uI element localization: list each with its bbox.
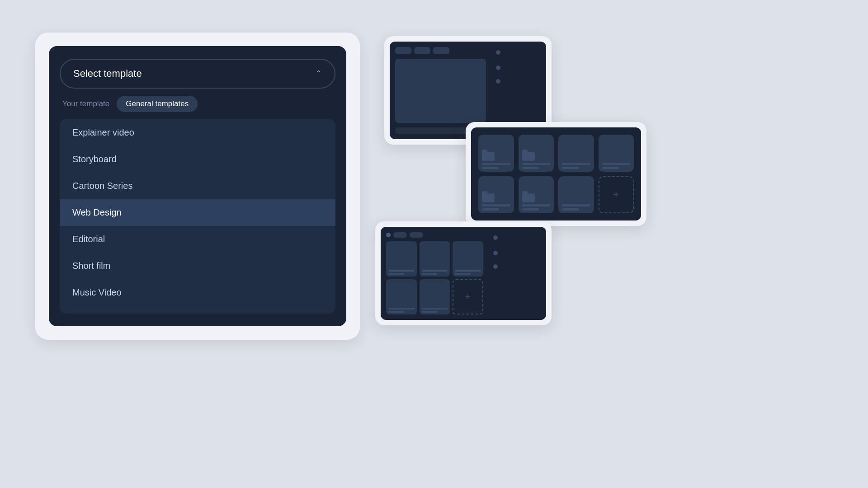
preview-tabs <box>395 47 486 54</box>
storyboard-bar <box>422 270 448 272</box>
bot-circle <box>386 233 391 237</box>
add-icon: + <box>613 189 619 201</box>
folder-bar <box>482 208 499 211</box>
circle-dot <box>493 251 498 255</box>
folder-item-4 <box>599 135 634 172</box>
tab-general-templates[interactable]: General templates <box>117 96 198 112</box>
chevron-up-icon: ⌃ <box>315 69 322 79</box>
preview-row-3 <box>496 78 542 84</box>
add-icon: + <box>465 291 471 303</box>
bot-row-3 <box>493 263 542 270</box>
preview-row-1 <box>496 47 542 58</box>
preview-inner-bot: + <box>381 227 546 320</box>
preview-card-bot: + <box>375 221 552 325</box>
folder-icon <box>482 193 495 202</box>
list-item-advertising-video[interactable]: Advertising Video <box>60 306 335 314</box>
folder-icon <box>482 152 495 161</box>
folder-icon <box>522 193 535 202</box>
folder-bar <box>482 204 510 206</box>
folder-item-1 <box>478 135 514 172</box>
bot-row-2 <box>493 248 542 258</box>
folder-item-7 <box>558 176 594 213</box>
circle-dot-1 <box>496 50 500 55</box>
folder-bar <box>562 167 579 169</box>
folder-item-6 <box>519 176 554 213</box>
folder-bar <box>482 167 499 169</box>
circle-dot-3 <box>496 79 500 84</box>
circle-dot <box>493 264 498 269</box>
folder-item-5 <box>478 176 514 213</box>
list-item-cartoon-series[interactable]: Cartoon Series <box>60 173 335 199</box>
folder-item-2 <box>519 135 554 172</box>
folder-bar <box>602 163 631 165</box>
folder-bar <box>522 204 551 206</box>
tab-your-template[interactable]: Your template <box>61 97 110 111</box>
storyboard-grid: + <box>386 241 483 314</box>
folder-item-add[interactable]: + <box>599 176 634 213</box>
folder-bar <box>562 208 579 211</box>
circle-dot <box>493 235 498 240</box>
bot-top-bar <box>386 232 483 238</box>
bot-pill-2 <box>410 232 423 238</box>
storyboard-cell-2 <box>420 241 450 277</box>
circle-dot-2 <box>496 66 500 70</box>
storyboard-cell-add[interactable]: + <box>453 279 483 314</box>
folder-bar <box>522 163 551 165</box>
list-item-editorial[interactable]: Editorial <box>60 226 335 253</box>
left-panel: Select template ⌃ Your template General … <box>35 33 360 340</box>
folder-icon <box>522 152 535 161</box>
preview-bot-right <box>489 227 546 320</box>
storyboard-cell-4 <box>386 279 417 314</box>
folder-item-3 <box>558 135 594 172</box>
tab-pill-1 <box>395 47 411 54</box>
folder-bar <box>522 167 539 169</box>
storyboard-cell-1 <box>386 241 417 277</box>
tab-pill-2 <box>414 47 430 54</box>
preview-main-thumb <box>395 59 486 123</box>
folder-bar <box>562 163 590 165</box>
storyboard-cell-5 <box>420 279 450 314</box>
storyboard-cell-3 <box>453 241 483 277</box>
tabs-row: Your template General templates <box>60 96 335 112</box>
storyboard-bar <box>388 270 415 272</box>
bot-row-1 <box>493 232 542 243</box>
folder-bar <box>602 167 619 169</box>
preview-inner-mid: + <box>471 127 641 221</box>
select-template-button[interactable]: Select template ⌃ <box>60 59 335 89</box>
storyboard-bar <box>388 311 404 313</box>
preview-bot-left: + <box>381 227 489 320</box>
select-template-label: Select template <box>73 68 142 80</box>
list-item-explainer-video[interactable]: Explainer video <box>60 119 335 146</box>
storyboard-bar <box>422 311 438 313</box>
storyboard-bar <box>388 308 415 310</box>
inner-card: Select template ⌃ Your template General … <box>49 46 346 326</box>
tab-pill-3 <box>433 47 449 54</box>
list-item-music-video[interactable]: Music Video <box>60 279 335 306</box>
list-item-storyboard[interactable]: Storyboard <box>60 146 335 173</box>
preview-row-2 <box>496 62 542 73</box>
template-list: Explainer video Storyboard Cartoon Serie… <box>60 119 335 314</box>
bot-pill-1 <box>393 232 407 238</box>
storyboard-bar <box>388 273 404 275</box>
folder-bar <box>522 208 539 211</box>
storyboard-bar <box>422 273 438 275</box>
storyboard-bar <box>422 308 448 310</box>
right-section: + <box>375 27 656 461</box>
folder-bar <box>562 204 590 206</box>
storyboard-bar <box>455 273 471 275</box>
list-item-web-design[interactable]: Web Design <box>60 199 335 226</box>
folder-bar <box>482 163 510 165</box>
preview-card-mid: + <box>466 122 646 226</box>
storyboard-bar <box>455 270 481 272</box>
list-item-short-film[interactable]: Short film <box>60 253 335 279</box>
